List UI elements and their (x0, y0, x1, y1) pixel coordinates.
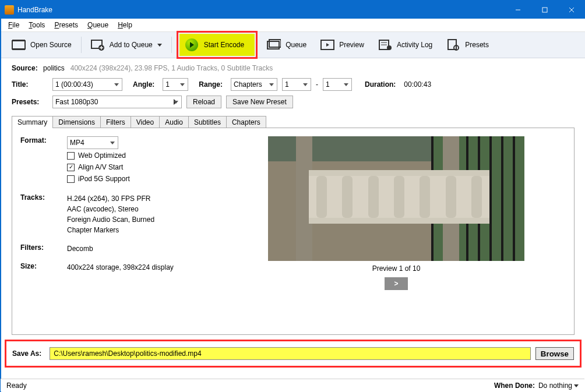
title-label: Title: (12, 80, 44, 89)
menu-file[interactable]: File (3, 20, 24, 30)
image-plus-icon (91, 38, 105, 51)
activity-log-button[interactable]: Activity Log (371, 34, 439, 56)
status-bar: Ready When Done: Do nothing (1, 379, 584, 391)
tab-summary[interactable]: Summary (12, 116, 53, 128)
reload-button[interactable]: Reload (186, 96, 221, 108)
svg-rect-19 (448, 40, 456, 50)
track-item: Foreign Audio Scan, Burned (67, 214, 213, 225)
start-encode-highlight: Start Encode (177, 31, 258, 59)
range-from-select[interactable]: 1 (282, 78, 311, 91)
maximize-button[interactable] (531, 1, 558, 19)
format-label: Format: (20, 136, 67, 185)
tab-video[interactable]: Video (131, 116, 160, 128)
menu-queue[interactable]: Queue (83, 20, 113, 30)
tab-subtitles[interactable]: Subtitles (188, 116, 227, 128)
tracks-list: H.264 (x264), 30 FPS PFR AAC (avcodec), … (67, 193, 213, 235)
presets-icon (446, 38, 460, 51)
tab-filters[interactable]: Filters (100, 116, 131, 128)
save-as-highlight: Save As: C:\Users\ramesh\Desktop\politic… (5, 340, 582, 368)
svg-rect-5 (12, 40, 25, 41)
menu-help[interactable]: Help (113, 20, 137, 30)
source-label: Source: (12, 64, 38, 72)
tab-chapters[interactable]: Chapters (226, 116, 266, 128)
svg-marker-14 (326, 43, 329, 47)
angle-select[interactable]: 1 (163, 78, 188, 91)
menu-tools[interactable]: Tools (24, 20, 50, 30)
save-preset-button[interactable]: Save New Preset (226, 96, 293, 108)
preset-select[interactable]: Fast 1080p30 (52, 96, 182, 108)
chevron-right-icon (173, 98, 178, 105)
app-icon (5, 5, 14, 15)
presets-button[interactable]: Presets (439, 34, 496, 56)
open-source-label: Open Source (30, 41, 72, 49)
menu-presets[interactable]: Presets (50, 20, 83, 30)
save-as-label: Save As: (12, 349, 41, 358)
presets-label: Presets: (12, 98, 44, 106)
preview-label: Preview (339, 41, 364, 49)
web-optimized-checkbox[interactable]: Web Optimized (67, 150, 213, 161)
status-ready: Ready (6, 382, 27, 390)
activity-log-label: Activity Log (397, 41, 432, 49)
preview-counter: Preview 1 of 10 (372, 264, 421, 273)
when-done-select[interactable]: Do nothing (538, 382, 579, 390)
size-value: 400x224 storage, 398x224 display (67, 262, 213, 273)
track-item: AAC (avcodec), Stereo (67, 204, 213, 214)
size-label: Size: (20, 262, 67, 273)
track-item: H.264 (x264), 30 FPS PFR (67, 193, 213, 204)
svg-rect-4 (12, 41, 25, 49)
start-encode-label: Start Encode (204, 41, 244, 49)
window-title: HandBrake (17, 6, 52, 14)
menubar: File Tools Presets Queue Help (1, 19, 585, 31)
svg-marker-21 (174, 99, 177, 105)
titlebar: HandBrake (1, 1, 585, 19)
when-done-label: When Done: (494, 382, 535, 390)
range-to-select[interactable]: 1 (323, 78, 352, 91)
range-type-select[interactable]: Chapters (231, 78, 277, 91)
browse-button[interactable]: Browse (535, 347, 574, 360)
duration-value: 00:00:43 (404, 80, 431, 89)
presets-label: Presets (465, 41, 489, 49)
source-details: 400x224 (398x224), 23.98 FPS, 1 Audio Tr… (71, 64, 273, 72)
align-av-checkbox[interactable]: ✓Align A/V Start (67, 162, 213, 172)
tab-dimensions[interactable]: Dimensions (52, 116, 101, 128)
source-info: Source: politics 400x224 (398x224), 23.9… (1, 58, 585, 76)
start-encode-button[interactable]: Start Encode (179, 34, 255, 56)
add-to-queue-label: Add to Queue (110, 41, 153, 49)
separator (81, 37, 82, 53)
source-name: politics (43, 64, 65, 72)
open-source-button[interactable]: Open Source (5, 34, 79, 56)
ipod-checkbox[interactable]: iPod 5G Support (67, 174, 213, 184)
title-row: Title: 1 (00:00:43) Angle: 1 Range: Chap… (1, 76, 585, 93)
preview-icon (320, 38, 334, 51)
tab-bar: Summary Dimensions Filters Video Audio S… (12, 115, 575, 128)
activity-icon (378, 38, 392, 51)
preview-button[interactable]: Preview (313, 34, 371, 56)
tab-audio[interactable]: Audio (159, 116, 189, 128)
svg-rect-6 (12, 48, 25, 50)
minimize-button[interactable] (505, 1, 531, 19)
preview-next-button[interactable]: > (385, 277, 408, 290)
preview-column: Preview 1 of 10 > (227, 136, 566, 290)
filters-value: Decomb (67, 243, 213, 254)
separator (171, 37, 172, 53)
presets-row: Presets: Fast 1080p30 Reload Save New Pr… (1, 93, 585, 111)
chevron-down-icon (157, 44, 162, 47)
save-as-input[interactable]: C:\Users\ramesh\Desktop\politics-modifie… (50, 347, 531, 360)
svg-rect-1 (542, 8, 547, 12)
preview-image (268, 136, 524, 261)
angle-label: Angle: (133, 80, 154, 89)
range-label: Range: (199, 80, 223, 89)
close-button[interactable] (558, 1, 585, 19)
play-icon (185, 38, 198, 51)
filters-label: Filters: (20, 243, 67, 254)
svg-point-18 (387, 45, 392, 50)
summary-left: Format: MP4 Web Optimized ✓Align A/V Sta… (20, 136, 213, 290)
queue-button[interactable]: Queue (260, 34, 313, 56)
range-dash: - (316, 80, 318, 89)
format-select[interactable]: MP4 (67, 136, 118, 149)
add-to-queue-button[interactable]: Add to Queue (84, 34, 169, 56)
title-select[interactable]: 1 (00:00:43) (52, 78, 122, 91)
tracks-label: Tracks: (20, 193, 67, 235)
duration-label: Duration: (365, 80, 396, 89)
film-icon (12, 38, 26, 51)
